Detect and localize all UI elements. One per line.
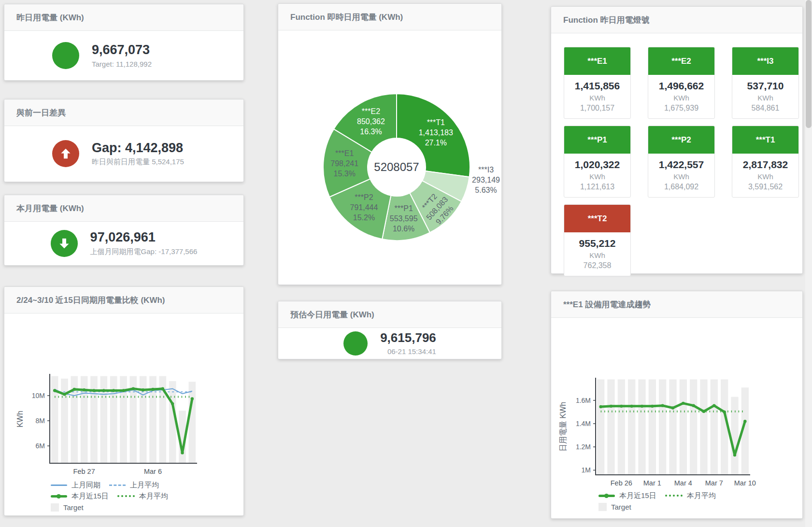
donut-chart[interactable]: ***T11,413,18327.1%***I3293,1495.63%***T… (278, 30, 501, 284)
stat-subtitle: Target: 11,128,992 (92, 60, 196, 68)
target-bar (731, 397, 738, 475)
tile-value: 1,020,322 (565, 159, 629, 171)
legend-item-target[interactable]: Target (51, 503, 84, 512)
panel-header: 預估今日用電量 (KWh) (278, 301, 501, 328)
tile-body: 1,422,557KWh1,684,092 (648, 154, 714, 197)
legend-item-this-month-avg[interactable]: 本月平均 (665, 491, 716, 500)
legend-item-last-month[interactable]: 上月同期 (51, 481, 100, 490)
legend-label: 上月平均 (130, 481, 159, 490)
y-tick-label: 8M (36, 417, 45, 425)
stat-body: 9,667,073 Target: 11,128,992 (4, 31, 243, 80)
panel-15day-comparison: 2/24~3/10 近15日同期用電量比較 (KWh) 6M8M10MFeb 2… (4, 286, 244, 516)
tile-unit: KWh (649, 94, 713, 102)
stat-value: 97,026,961 (90, 230, 198, 245)
svg-text:***I3293,1495.63%: ***I3293,1495.63% (472, 166, 500, 194)
tile-subvalue: 1,684,092 (649, 183, 713, 191)
light-tile: ***I3537,710KWh584,861 (732, 47, 799, 119)
panel-header: Function 昨日用電燈號 (551, 7, 802, 33)
stat-body: 97,026,961 上個月同期用電Gap: -17,377,566 (4, 222, 243, 265)
scrollbar-thumb[interactable] (806, 0, 812, 128)
legend-item-last-month-avg[interactable]: 上月平均 (109, 481, 159, 490)
y-axis-label: 日用電量 KWh (559, 402, 567, 452)
tile-value: 2,817,832 (733, 159, 798, 171)
legend-label: Target (63, 503, 84, 512)
arrow-up-icon (52, 140, 79, 167)
panel-estimate-today: 預估今日用電量 (KWh) 9,615,796 06-21 15:34:41 (278, 301, 502, 359)
legend-label: Target (611, 503, 631, 511)
tile-unit: KWh (733, 172, 798, 181)
panel-yesterday-lights: Function 昨日用電燈號 ***E11,415,856KWh1,700,1… (551, 6, 803, 274)
light-tile: ***T2955,212KWh762,358 (564, 204, 631, 276)
donut-slice-label: ***I3293,1495.63% (472, 166, 500, 194)
panel-header: 昨日用電量 (KWh) (4, 4, 243, 31)
tile-subvalue: 584,861 (733, 104, 798, 113)
panel-title[interactable]: ***E1 設備用電達成趨勢 (563, 299, 651, 310)
target-bar (680, 379, 687, 475)
target-bar (189, 382, 196, 463)
vertical-scrollbar (805, 0, 812, 527)
panel-title[interactable]: 昨日用電量 (KWh) (16, 12, 84, 23)
target-bar (597, 379, 604, 475)
light-tile: ***E21,496,662KWh1,675,939 (648, 47, 715, 119)
light-tile: ***E11,415,856KWh1,700,157 (564, 47, 631, 119)
square-swatch (51, 503, 59, 512)
light-tiles: ***E11,415,856KWh1,700,157***E21,496,662… (551, 33, 802, 276)
square-swatch (598, 503, 607, 511)
tile-subvalue: 1,675,939 (649, 104, 713, 113)
stat-body: 9,615,796 06-21 15:34:41 (278, 328, 501, 358)
thick-line-swatch (51, 495, 67, 498)
y-axis-label: KWh (16, 411, 24, 427)
target-bar (700, 379, 707, 475)
legend-item-this-month-avg[interactable]: 本月平均 (117, 492, 168, 501)
panel-title[interactable]: 2/24~3/10 近15日同期用電量比較 (KWh) (16, 295, 165, 306)
tile-subvalue: 1,121,613 (565, 183, 629, 191)
tile-unit: KWh (649, 172, 713, 181)
tile-value: 1,496,662 (649, 80, 713, 92)
dotted-line-swatch (117, 495, 135, 497)
donut-center-total: 5208057 (374, 160, 419, 173)
light-tile: ***P11,020,322KWh1,121,613 (564, 126, 631, 198)
panel-title[interactable]: Function 即時日用電量 (KWh) (290, 12, 403, 23)
legend-item-target[interactable]: Target (598, 503, 631, 511)
status-circle-green (343, 331, 368, 356)
tile-value: 1,422,557 (649, 159, 713, 171)
tile-status-header: ***T2 (564, 205, 630, 232)
comparison-line-chart[interactable]: 6M8M10MFeb 27Mar 6KWh (4, 313, 243, 483)
tile-subvalue: 3,591,562 (733, 183, 798, 191)
panel-title[interactable]: 與前一日差異 (16, 107, 66, 118)
panel-title[interactable]: 預估今日用電量 (KWh) (290, 309, 374, 320)
light-tile: ***T12,817,832KWh3,591,562 (732, 126, 799, 198)
tile-status-header: ***T1 (732, 126, 798, 154)
legend-label: 上月同期 (71, 481, 100, 490)
tile-status-header: ***E2 (648, 47, 714, 75)
dashed-line-swatch (109, 484, 126, 486)
panel-title[interactable]: 本月用電量 (KWh) (16, 203, 84, 214)
tile-unit: KWh (565, 251, 629, 259)
stat-body: Gap: 4,142,898 昨日與前日用電量 5,524,175 (4, 126, 243, 181)
panel-title[interactable]: Function 昨日用電燈號 (563, 14, 649, 26)
x-tick-label: Feb 26 (611, 479, 632, 487)
arrow-down-icon (51, 230, 78, 257)
tile-body: 1,415,856KWh1,700,157 (564, 75, 630, 118)
tile-body: 1,020,322KWh1,121,613 (564, 154, 630, 197)
y-tick-label: 1.6M (576, 397, 591, 404)
target-bar (628, 379, 635, 475)
panel-realtime-donut: Function 即時日用電量 (KWh) ***T11,413,18327.1… (278, 3, 502, 285)
tile-body: 2,817,832KWh3,591,562 (732, 154, 798, 197)
target-bar (659, 379, 666, 475)
tile-value: 955,212 (565, 238, 629, 249)
legend-item-this-month[interactable]: 本月近15日 (51, 492, 109, 501)
target-bar (61, 379, 68, 463)
legend-label: 本月平均 (687, 491, 716, 500)
panel-header: 本月用電量 (KWh) (4, 195, 243, 222)
y-tick-label: 10M (32, 392, 45, 399)
legend-label: 本月平均 (139, 492, 168, 501)
panel-e1-trend: ***E1 設備用電達成趨勢 1M1.2M1.4M1.6MFeb 26Mar 1… (551, 291, 803, 519)
legend-item-this-month[interactable]: 本月近15日 (598, 491, 656, 500)
y-tick-label: 1M (582, 466, 591, 474)
x-tick-label: Mar 10 (734, 479, 756, 487)
trend-line-chart[interactable]: 1M1.2M1.4M1.6MFeb 26Mar 1Mar 4Mar 7Mar 1… (551, 318, 802, 487)
y-tick-label: 6M (36, 442, 45, 450)
stat-subtitle: 昨日與前日用電量 5,524,175 (92, 157, 196, 167)
y-tick-label: 1.4M (576, 420, 591, 427)
